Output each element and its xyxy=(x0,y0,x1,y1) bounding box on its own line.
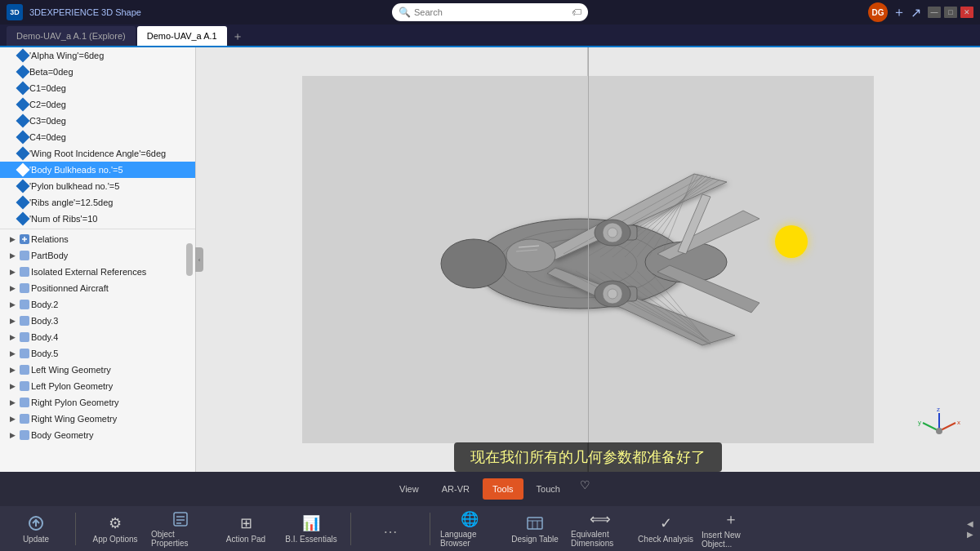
tree-item-relations[interactable]: ▶ Relations xyxy=(0,231,195,247)
cmd-biessentials[interactable]: 📊 B.I. Essentials xyxy=(282,510,341,548)
expander-rightwing[interactable]: ▶ xyxy=(7,413,18,424)
maximize-button[interactable]: □ xyxy=(944,7,957,18)
expander-body3[interactable]: ▶ xyxy=(7,315,18,327)
subtitle-text: 现在我们所有的几何参数都准备好了 xyxy=(454,442,722,472)
cmd-langbrowser[interactable]: 🌐 Language Browser xyxy=(440,510,499,548)
tree-item-rightpylon[interactable]: ▶ Right Pylon Geometry xyxy=(0,394,195,411)
tree-label-bbno: 'Body Bulkheads no.'=5 xyxy=(29,165,123,175)
tree-item-body3[interactable]: ▶ Body.3 xyxy=(0,313,195,329)
tree-item-body2[interactable]: ▶ Body.2 xyxy=(0,296,195,313)
svg-rect-9 xyxy=(20,349,29,358)
expander-relations[interactable]: ▶ xyxy=(7,233,18,245)
subtitle-overlay: 现在我们所有的几何参数都准备好了 xyxy=(196,442,980,472)
tree-item-c1[interactable]: C1=0deg xyxy=(0,80,195,96)
cmd-appoptions[interactable]: ⚙ App Options xyxy=(86,510,145,548)
cmd-separator-3 xyxy=(430,513,430,545)
expander-body5[interactable]: ▶ xyxy=(7,348,18,359)
tree-item-c4[interactable]: C4=0deg xyxy=(0,129,195,145)
scroll-left[interactable]: ◀ xyxy=(967,519,973,528)
tab-explore[interactable]: Demo-UAV_a A.1 (Explore) xyxy=(7,26,136,46)
tab-tools[interactable]: Tools xyxy=(483,478,523,500)
svg-rect-5 xyxy=(20,283,29,293)
design-table-icon xyxy=(525,513,545,533)
viewport[interactable]: x y z xyxy=(196,47,980,472)
sidebar-collapse-handle[interactable]: ‹ xyxy=(195,247,203,272)
cmd-designtable[interactable]: Design Table xyxy=(506,510,564,548)
expander-partbody[interactable]: ▶ xyxy=(7,250,18,261)
expander-leftpylon[interactable]: ▶ xyxy=(7,380,18,392)
scroll-arrows: ◀ ▶ xyxy=(967,519,973,539)
cmd-langbrowser-label: Language Browser xyxy=(440,530,499,548)
tree-item-numribs[interactable]: 'Num of Ribs'=10 xyxy=(0,211,195,227)
minimize-button[interactable]: — xyxy=(928,7,941,18)
tree-item-posair[interactable]: ▶ Positionned Aircraft xyxy=(0,280,195,296)
view-tabs: View AR-VR Tools Touch ♡ xyxy=(7,478,973,500)
expander-rightpylon[interactable]: ▶ xyxy=(7,397,18,408)
cmd-update[interactable]: Update xyxy=(7,510,65,548)
sidebar: 'Alpha Wing'=6deg Beta=0deg C1=0deg C2=0… xyxy=(0,47,196,472)
add-icon[interactable]: ＋ xyxy=(893,4,906,21)
cmd-equivdim-label: Equivalent Dimensions xyxy=(571,530,630,548)
tree-item-ribsang[interactable]: 'Ribs angle'=12.5deg xyxy=(0,194,195,211)
tree-item-rightwing[interactable]: ▶ Right Wing Geometry xyxy=(0,411,195,427)
tree-label-body3: Body.3 xyxy=(31,316,58,326)
expander-body2[interactable]: ▶ xyxy=(7,299,18,310)
tab-demo[interactable]: Demo-UAV_a A.1 xyxy=(137,26,227,46)
app-options-icon: ⚙ xyxy=(105,513,125,533)
aircraft-svg xyxy=(302,76,874,443)
tree-item-body4[interactable]: ▶ Body.4 xyxy=(0,329,195,345)
cmd-newobj[interactable]: ＋ Insert New Object... xyxy=(702,510,760,548)
tab-view[interactable]: View xyxy=(390,478,429,500)
tree-label-c1: C1=0deg xyxy=(29,83,66,93)
tree-label-rightwing: Right Wing Geometry xyxy=(31,414,117,424)
tree-item-beta[interactable]: Beta=0deg xyxy=(0,64,195,80)
scroll-right[interactable]: ▶ xyxy=(967,530,973,539)
tab-explore-label: Demo-UAV_a A.1 (Explore) xyxy=(16,31,126,41)
tree-item-leftwing[interactable]: ▶ Left Wing Geometry xyxy=(0,362,195,378)
cursor-indicator xyxy=(775,225,808,258)
tree-item-bbno[interactable]: 'Body Bulkheads no.'=5 xyxy=(0,162,195,178)
svg-point-51 xyxy=(506,239,555,272)
close-button[interactable]: ✕ xyxy=(960,7,973,18)
expander-posair[interactable]: ▶ xyxy=(7,282,18,294)
tree-item-leftpylon[interactable]: ▶ Left Pylon Geometry xyxy=(0,378,195,394)
expander-bodygeo[interactable]: ▶ xyxy=(7,429,18,441)
tree-label-body2: Body.2 xyxy=(31,300,58,309)
expander-body4[interactable]: ▶ xyxy=(7,331,18,343)
tree-item-body5[interactable]: ▶ Body.5 xyxy=(0,345,195,362)
cmd-checkanalysis[interactable]: ✓ Check Analysis xyxy=(636,510,695,548)
app-logo: 3D xyxy=(7,4,23,20)
tree-label-leftwing: Left Wing Geometry xyxy=(31,365,111,375)
tab-demo-label: Demo-UAV_a A.1 xyxy=(147,31,217,41)
tab-touch[interactable]: Touch xyxy=(527,478,570,500)
expander-isoext[interactable]: ▶ xyxy=(7,266,18,278)
tree-item-bodygeo[interactable]: ▶ Body Geometry xyxy=(0,427,195,443)
cmd-actionpad[interactable]: ⊞ Action Pad xyxy=(216,510,275,548)
tree-item-pylbh[interactable]: 'Pylon bulkhead no.'=5 xyxy=(0,178,195,194)
tree-item-c2[interactable]: C2=0deg xyxy=(0,96,195,113)
tree-label-wria: 'Wing Root Incidence Angle'=6deg xyxy=(29,149,166,158)
aircraft-3d-view xyxy=(196,47,980,472)
tree-item-wria[interactable]: 'Wing Root Incidence Angle'=6deg xyxy=(0,145,195,162)
tree-item-alpha[interactable]: 'Alpha Wing'=6deg xyxy=(0,47,195,64)
search-icon: 🔍 xyxy=(399,7,411,18)
expander-leftwing[interactable]: ▶ xyxy=(7,364,18,375)
cmd-more[interactable]: … xyxy=(361,510,420,548)
svg-rect-3 xyxy=(20,251,29,260)
user-avatar[interactable]: DG xyxy=(868,2,888,22)
tree-item-isoext[interactable]: ▶ Isolated External References xyxy=(0,264,195,280)
cmd-separator-2 xyxy=(350,513,351,545)
command-bar: Update ⚙ App Options Object Properties ⊞… xyxy=(0,506,980,551)
cmd-equivdim[interactable]: ⟺ Equivalent Dimensions xyxy=(571,510,630,548)
search-input[interactable] xyxy=(414,7,568,17)
svg-rect-10 xyxy=(20,365,29,375)
tree-item-c3[interactable]: C3=0deg xyxy=(0,113,195,129)
tab-arvr[interactable]: AR-VR xyxy=(432,478,479,500)
cmd-objprops[interactable]: Object Properties xyxy=(151,510,210,548)
share-icon[interactable]: ↗ xyxy=(911,5,921,20)
tree-item-partbody[interactable]: ▶ PartBody xyxy=(0,247,195,264)
tab-add-button[interactable]: ＋ xyxy=(229,28,247,46)
tree-label-beta: Beta=0deg xyxy=(29,67,74,77)
favorites-icon[interactable]: ♡ xyxy=(580,478,590,500)
scrollbar[interactable] xyxy=(186,243,193,276)
